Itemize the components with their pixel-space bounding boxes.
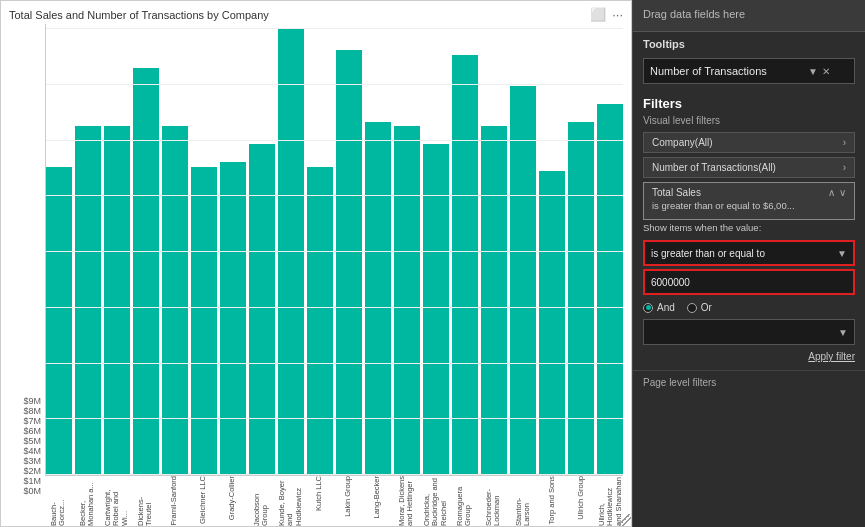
x-label-wrapper: Becker, Monahan a... <box>74 476 100 526</box>
x-label: Schroeder-Lockman <box>485 476 502 526</box>
x-label: Becker, Monahan a... <box>79 476 96 526</box>
filter-item-transactions[interactable]: Number of Transactions(All) › <box>643 157 855 178</box>
bar-wrapper[interactable] <box>104 28 130 475</box>
bar-wrapper[interactable] <box>539 28 565 475</box>
bar-wrapper[interactable] <box>336 28 362 475</box>
bar-wrapper[interactable] <box>452 28 478 475</box>
bar-wrapper[interactable] <box>162 28 188 475</box>
x-label: Kunde, Boyer and Hodkiewicz <box>278 476 303 526</box>
bar-wrapper[interactable] <box>568 28 594 475</box>
x-label-wrapper: Ullrich Group <box>568 476 594 526</box>
x-label: Cartwright, Robel and Wi... <box>104 476 129 526</box>
x-label-wrapper: Romaguera Group <box>452 476 478 526</box>
x-label: Bauch-Gorcz... <box>50 476 67 526</box>
second-condition-row: ▼ <box>643 319 855 345</box>
bar <box>162 126 188 475</box>
x-label: Ullrich Group <box>577 476 585 520</box>
page-filters-label: Page level filters <box>633 370 865 392</box>
x-label: Kutch LLC <box>315 476 323 511</box>
x-label-wrapper: Framil-Sanford <box>161 476 187 526</box>
expand-icon[interactable]: ⬜ <box>590 7 606 22</box>
bar-wrapper[interactable] <box>510 28 536 475</box>
x-label: Framil-Sanford <box>170 476 178 526</box>
bar <box>510 86 536 475</box>
chevron-down-icon: ▼ <box>837 248 847 259</box>
filters-header: Filters <box>633 90 865 113</box>
visual-filters-label: Visual level filters <box>633 113 865 130</box>
filter-condition-value: is greater than or equal to <box>651 248 765 259</box>
apply-filter-button[interactable]: Apply filter <box>808 351 855 362</box>
chart-title: Total Sales and Number of Transactions b… <box>9 9 269 21</box>
x-label-wrapper: Torp and Sons <box>539 476 565 526</box>
bar-wrapper[interactable] <box>394 28 420 475</box>
radio-and[interactable]: And <box>643 302 675 313</box>
chevron-down-icon: ▼ <box>808 66 818 77</box>
y-label-0m: $0M <box>23 486 41 496</box>
bar <box>75 126 101 475</box>
x-label-wrapper: Bauch-Gorcz... <box>45 476 71 526</box>
chevron-down-icon[interactable]: ∨ <box>839 187 846 198</box>
right-panel: Drag data fields here Tooltips Number of… <box>632 0 865 527</box>
chevron-up-icon[interactable]: ∧ <box>828 187 835 198</box>
resize-handle[interactable] <box>619 514 631 526</box>
bar-wrapper[interactable] <box>481 28 507 475</box>
bar-wrapper[interactable] <box>249 28 275 475</box>
bar <box>597 104 623 475</box>
bar <box>191 167 217 475</box>
radio-or[interactable]: Or <box>687 302 712 313</box>
y-label-5m: $5M <box>23 436 41 446</box>
radio-or-label: Or <box>701 302 712 313</box>
second-condition-select[interactable]: ▼ <box>643 319 855 345</box>
tooltips-label: Tooltips <box>633 32 865 54</box>
x-label-wrapper: Grady-Collier <box>219 476 245 526</box>
y-label-7m: $7M <box>23 416 41 426</box>
x-label: Torp and Sons <box>548 476 556 524</box>
x-labels: Bauch-Gorcz...Becker, Monahan a...Cartwr… <box>45 476 623 526</box>
x-label: Gleichner LLC <box>199 476 207 524</box>
bar-wrapper[interactable] <box>220 28 246 475</box>
x-label: Grady-Collier <box>228 476 236 520</box>
filter-condition-select[interactable]: is greater than or equal to ▼ <box>643 240 855 266</box>
bar <box>452 55 478 475</box>
y-axis: $9M $8M $7M $6M $5M $4M $3M $2M $1M $0M <box>9 392 45 526</box>
bar <box>365 122 391 475</box>
bar <box>133 68 159 475</box>
tooltip-dropdown[interactable]: Number of Transactions ▼ ✕ <box>643 58 855 84</box>
filter-value-input[interactable] <box>643 269 855 295</box>
bar <box>278 28 304 475</box>
radio-and-dot <box>646 305 651 310</box>
x-label-wrapper: Cartwright, Robel and Wi... <box>103 476 129 526</box>
close-icon[interactable]: ✕ <box>822 66 830 77</box>
bar-wrapper[interactable] <box>597 28 623 475</box>
radio-or-circle <box>687 303 697 313</box>
bar-wrapper[interactable] <box>307 28 333 475</box>
chevron-right-icon: › <box>843 137 846 148</box>
y-label-2m: $2M <box>23 466 41 476</box>
chevron-down-icon: ▼ <box>838 327 848 338</box>
bar <box>539 171 565 475</box>
bar-wrapper[interactable] <box>278 28 304 475</box>
apply-filter-row: Apply filter <box>633 347 865 366</box>
bar-wrapper[interactable] <box>46 28 72 475</box>
filter-expanded-title: Total Sales ∧ ∨ <box>652 187 846 198</box>
bar-wrapper[interactable] <box>191 28 217 475</box>
x-label: Stanton-Larson <box>515 476 532 526</box>
bar <box>423 144 449 475</box>
y-label-9m: $9M <box>23 396 41 406</box>
bar-wrapper[interactable] <box>133 28 159 475</box>
y-label-1m: $1M <box>23 476 41 486</box>
x-label-wrapper: Dickens-Treutel <box>132 476 158 526</box>
x-label: Romaguera Group <box>456 476 473 526</box>
filter-company-label: Company(All) <box>652 137 713 148</box>
radio-and-label: And <box>657 302 675 313</box>
tooltip-dropdown-icons: ▼ ✕ <box>808 66 830 77</box>
bar-wrapper[interactable] <box>365 28 391 475</box>
filter-total-sales-label: Total Sales <box>652 187 701 198</box>
filter-item-company[interactable]: Company(All) › <box>643 132 855 153</box>
more-options-icon[interactable]: ··· <box>612 7 623 22</box>
bar-wrapper[interactable] <box>75 28 101 475</box>
filter-condition-row: is greater than or equal to ▼ <box>643 240 855 295</box>
chart-panel: Total Sales and Number of Transactions b… <box>0 0 632 527</box>
tooltip-section: Number of Transactions ▼ ✕ <box>633 54 865 90</box>
bar-wrapper[interactable] <box>423 28 449 475</box>
